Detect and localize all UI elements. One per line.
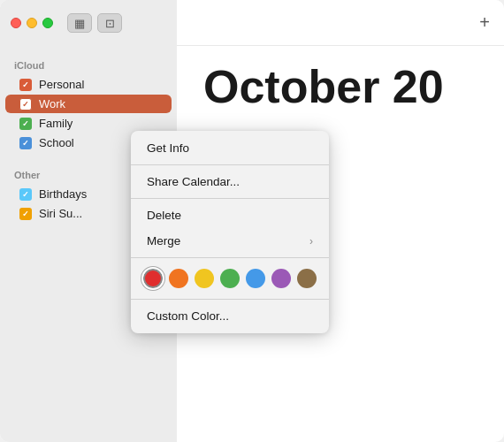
- inbox-button[interactable]: ⊡: [97, 13, 122, 33]
- menu-separator-4: [131, 299, 329, 300]
- menu-separator-3: [131, 257, 329, 258]
- menu-separator-2: [131, 198, 329, 199]
- custom-color-label: Custom Color...: [147, 309, 229, 323]
- school-label: School: [39, 136, 74, 149]
- merge-submenu-chevron: ›: [309, 235, 313, 248]
- personal-checkbox[interactable]: [19, 79, 32, 91]
- minimize-button[interactable]: [27, 18, 37, 28]
- titlebar: ▦ ⊡: [0, 0, 177, 46]
- add-event-button[interactable]: +: [479, 12, 490, 33]
- grid-icon: ▦: [74, 17, 85, 30]
- main-content: October 20: [177, 46, 504, 127]
- color-yellow[interactable]: [195, 269, 214, 288]
- color-picker-row: [131, 262, 329, 295]
- personal-label: Personal: [39, 78, 84, 91]
- main-titlebar: +: [177, 0, 504, 46]
- maximize-button[interactable]: [42, 18, 53, 28]
- close-button[interactable]: [11, 18, 21, 28]
- menu-separator-1: [131, 164, 329, 165]
- inbox-icon: ⊡: [105, 17, 115, 30]
- color-red[interactable]: [143, 269, 163, 288]
- menu-item-delete[interactable]: Delete: [131, 202, 329, 228]
- siri-suggestions-label: Siri Su...: [39, 207, 82, 220]
- family-label: Family: [39, 117, 73, 130]
- app-window: ▦ ⊡ iCloud Personal Work Family: [0, 0, 504, 442]
- menu-item-get-info[interactable]: Get Info: [131, 135, 329, 161]
- share-calendar-label: Share Calendar...: [147, 175, 240, 188]
- sidebar-item-work[interactable]: Work: [5, 95, 172, 113]
- icloud-section-label: iCloud: [0, 53, 177, 74]
- family-checkbox[interactable]: [19, 118, 32, 130]
- delete-label: Delete: [147, 209, 181, 222]
- menu-item-custom-color[interactable]: Custom Color...: [131, 303, 329, 329]
- color-blue[interactable]: [246, 269, 265, 288]
- color-green[interactable]: [220, 269, 240, 288]
- sidebar-item-personal[interactable]: Personal: [5, 75, 172, 94]
- grid-view-button[interactable]: ▦: [67, 13, 92, 33]
- menu-item-share-calendar[interactable]: Share Calendar...: [131, 169, 329, 194]
- merge-label: Merge: [147, 234, 180, 248]
- color-brown[interactable]: [297, 269, 317, 288]
- color-purple[interactable]: [271, 269, 291, 288]
- siri-suggestions-checkbox[interactable]: [19, 208, 32, 220]
- context-menu: Get Info Share Calendar... Delete Merge …: [131, 131, 329, 333]
- work-checkbox[interactable]: [19, 98, 32, 110]
- birthdays-checkbox[interactable]: [19, 188, 32, 201]
- birthdays-label: Birthdays: [39, 187, 87, 201]
- school-checkbox[interactable]: [19, 137, 32, 149]
- menu-item-merge[interactable]: Merge ›: [131, 228, 329, 254]
- work-label: Work: [39, 97, 65, 110]
- sidebar-item-family[interactable]: Family: [5, 114, 172, 133]
- get-info-label: Get Info: [147, 141, 189, 155]
- color-orange[interactable]: [169, 269, 188, 288]
- month-title: October 20: [203, 64, 477, 110]
